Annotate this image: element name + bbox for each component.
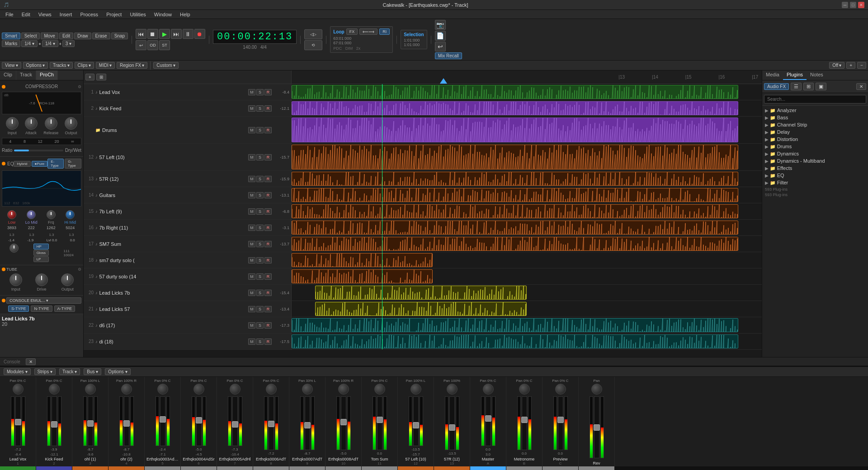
ch-fader[interactable] <box>269 396 274 450</box>
ch-pan-knob[interactable] <box>447 384 458 395</box>
e-type-btn[interactable]: E-Type <box>47 159 64 169</box>
crossfade-btn[interactable]: ⟵⟶ <box>359 28 377 35</box>
input-knob[interactable] <box>6 117 19 130</box>
move-tool-btn[interactable]: Move <box>41 33 58 39</box>
g-type-btn[interactable]: G-Type <box>65 159 81 169</box>
track-r-btn[interactable]: R <box>264 338 272 345</box>
gloss-btn[interactable]: Gloss <box>33 250 49 256</box>
ch-fader-thumb[interactable] <box>160 416 166 423</box>
track-clip-area[interactable] <box>292 285 762 301</box>
plugin-grid-btn[interactable]: ⊞ <box>803 83 814 90</box>
ch-fader-thumb[interactable] <box>557 417 564 423</box>
edit-tool-btn[interactable]: Edit <box>59 33 73 39</box>
ch-pan-knob[interactable] <box>338 384 349 395</box>
ch-name[interactable]: Erthqks0003AdKc <box>146 457 179 461</box>
clip[interactable] <box>292 172 738 186</box>
track-name[interactable]: 7b Right (11) <box>99 225 247 230</box>
plugin-category-eq[interactable]: ▶ 📁EQ <box>763 172 867 179</box>
clip[interactable] <box>292 188 738 202</box>
plugin-category-distortion[interactable]: ▶ 📁Distortion <box>763 136 867 143</box>
ch-name[interactable]: Tom Sum <box>363 457 396 461</box>
menu-file[interactable]: File <box>2 11 17 18</box>
track-m-btn[interactable]: M <box>248 306 255 312</box>
track-s-btn[interactable]: S <box>256 208 264 215</box>
plugin-category-bass[interactable]: ▶ 📁Bass <box>763 114 867 121</box>
ch-pan-knob[interactable] <box>266 384 277 395</box>
zoom-in-btn[interactable]: + <box>846 62 855 69</box>
track-m-btn[interactable]: M <box>248 322 255 329</box>
bpm-display[interactable]: 140.00 <box>243 45 257 50</box>
track-s-btn[interactable]: S <box>256 273 264 280</box>
track-s-btn[interactable]: S <box>256 241 264 247</box>
clip[interactable] <box>292 145 738 169</box>
track-m-btn[interactable]: M <box>248 290 255 296</box>
track-name[interactable]: Lead Vox <box>99 89 247 95</box>
tube-drive-knob[interactable] <box>35 273 48 286</box>
plugin-category-analyzer[interactable]: ▶ 📁Analyzer <box>763 107 867 114</box>
track-m-btn[interactable]: M <box>248 338 255 345</box>
track-m-btn[interactable]: M <box>248 154 255 160</box>
clip[interactable] <box>292 85 738 99</box>
plugin-collapse-btn[interactable]: ▣ <box>816 83 826 90</box>
hybrid-btn[interactable]: Hybrid <box>14 161 30 167</box>
attack-knob[interactable] <box>25 117 38 130</box>
plugins-tab[interactable]: Plugins <box>783 70 807 80</box>
zoom-out-btn[interactable]: − <box>857 62 866 69</box>
track-name[interactable]: 7b Left (9) <box>99 209 247 214</box>
ch-fader-thumb[interactable] <box>268 421 274 427</box>
menu-insert[interactable]: Insert <box>56 11 76 18</box>
ch-fader[interactable] <box>558 396 563 450</box>
freq-knob[interactable] <box>47 210 56 219</box>
ch-name[interactable]: Erthqks0006AdT <box>254 457 288 461</box>
play-btn[interactable]: ▶ <box>159 29 170 39</box>
ch-name[interactable]: ohr (2) <box>109 457 143 461</box>
track-r-btn[interactable]: R <box>264 257 272 263</box>
camera-btn[interactable]: 📷 <box>435 20 446 30</box>
track-name[interactable]: Guitars <box>99 193 247 198</box>
track-dropdown[interactable]: Track ▾ <box>59 368 80 375</box>
ch-name[interactable]: Erthqks0004AdSr <box>182 457 216 461</box>
track-r-btn[interactable]: R <box>264 322 272 329</box>
region-fx-dropdown[interactable]: Region FX ▾ <box>117 62 147 69</box>
track-tab[interactable]: Track <box>16 70 36 80</box>
ch-fader-thumb[interactable] <box>413 422 419 428</box>
ch-fader-thumb[interactable] <box>15 419 21 425</box>
ch-name[interactable]: Master <box>471 457 505 461</box>
track-name[interactable]: 57 durty solo (14 <box>99 274 247 279</box>
ch-pan-knob[interactable] <box>13 384 24 395</box>
ch-fader-thumb[interactable] <box>485 415 491 422</box>
clips-dropdown[interactable]: Clips ▾ <box>75 62 94 69</box>
pause-btn[interactable]: ⏸ <box>183 29 193 39</box>
ch-fader-thumb[interactable] <box>521 417 528 423</box>
step-btn[interactable]: ST <box>159 40 170 50</box>
track-m-btn[interactable]: M <box>248 105 255 112</box>
n-type-btn[interactable]: N-TYPE <box>31 306 52 312</box>
plugin-category-dynamics[interactable]: ▶ 📁Dynamics <box>763 150 867 157</box>
add-track-btn[interactable]: + <box>85 74 94 80</box>
minimize-btn[interactable]: ─ <box>842 2 848 8</box>
ch-name[interactable]: 57 Left (10) <box>399 457 433 461</box>
ch-pan-knob[interactable] <box>519 384 530 395</box>
ch-fader[interactable] <box>305 396 310 450</box>
track-m-btn[interactable]: M <box>248 89 255 95</box>
track-clip-area[interactable] <box>292 84 762 100</box>
pure-btn[interactable]: ●Pure <box>32 161 48 167</box>
clip[interactable] <box>292 269 433 283</box>
rewind-btn[interactable]: ⏮ <box>136 29 146 39</box>
marks-btn[interactable]: Marks <box>2 40 20 47</box>
notes-tab[interactable]: Notes <box>807 70 827 80</box>
track-s-btn[interactable]: S <box>256 257 264 263</box>
s-type-btn[interactable]: S-TYPE <box>8 306 29 312</box>
clip[interactable] <box>292 101 738 115</box>
ch-name[interactable]: ohl (1) <box>73 457 107 461</box>
track-clip-area[interactable] <box>292 100 762 116</box>
plugin-category-drums[interactable]: ▶ 📁Drums <box>763 143 867 150</box>
track-clip-area[interactable] <box>292 252 762 268</box>
clip[interactable] <box>315 286 527 300</box>
console-close-btn[interactable]: ✕ <box>26 358 36 365</box>
track-m-btn[interactable]: M <box>248 192 255 198</box>
track-s-btn[interactable]: S <box>256 154 264 160</box>
track-m-btn[interactable]: M <box>248 273 255 280</box>
ch-fader[interactable] <box>196 396 202 446</box>
ch-pan-knob[interactable] <box>230 384 241 395</box>
